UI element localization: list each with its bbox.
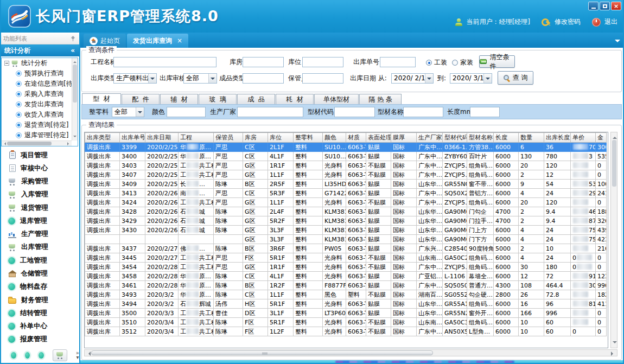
table-row[interactable]: 调拨出库34932020/3/2华原…陈琳C区1L1F整料黑色塑料不贴膜国标湖南…	[85, 290, 607, 299]
column-header[interactable]: 膜厚	[391, 133, 417, 143]
profile-name-input[interactable]	[403, 107, 443, 117]
scroll-thumb[interactable]	[91, 350, 433, 355]
footer-cart-button[interactable]	[53, 349, 67, 361]
date-to-picker[interactable]: 2020/ 3/16	[450, 73, 492, 84]
table-row[interactable]: 调拨出库34302020/2/26石城陈琳G区3L3F整料KLM38176063…	[85, 226, 607, 235]
minimize-button[interactable]	[588, 2, 598, 10]
column-header[interactable]: 型材名称	[467, 133, 494, 143]
collapse-icon[interactable]: «	[71, 44, 75, 56]
sidebar-item-财务管理[interactable]: 财务管理	[1, 293, 79, 306]
warehouse-input[interactable]	[243, 57, 284, 67]
manufacturer-input[interactable]	[237, 107, 303, 117]
material-tab-成品[interactable]: 成 品	[237, 94, 275, 105]
table-row[interactable]: 调拨出库34372020/2/27佛…陈琳B区3R6F整料PW056063-T5…	[85, 244, 607, 253]
column-header[interactable]: 数量	[519, 133, 544, 143]
sidebar-item-采购管理[interactable]: 采购管理	[1, 175, 79, 188]
sidebar-item-出库管理[interactable]: 出库管理	[1, 241, 79, 254]
date-from-picker[interactable]: 2020/ 2/16	[391, 73, 434, 84]
table-row[interactable]: G区3L3F整料KLM38176063-T5贴膜国标山东华…GA90M09.门下…	[85, 235, 607, 244]
column-header[interactable]: 整零料	[294, 133, 323, 143]
scroll-thumb[interactable]	[612, 140, 616, 187]
tree-item[interactable]: 退库管理[待定]	[2, 130, 78, 141]
audit-select[interactable]: 全部	[183, 73, 217, 84]
sidebar-item-补单中心[interactable]: 补单中心	[1, 320, 79, 333]
table-row[interactable]: 调拨出库34292020/2/26石城陈琳G区5R2F整料KLM38176063…	[85, 216, 607, 226]
tab-shipment-query[interactable]: 发货出库查询 ×	[127, 34, 188, 48]
search-button[interactable]: 查 询	[498, 71, 533, 85]
tree-expander-icon[interactable]	[4, 61, 9, 66]
tree-item[interactable]: 采购入库查询	[2, 89, 78, 99]
table-row[interactable]: 调拨出库35122020/3/4工共工程陈琳F区1L2F整料光身料6063-T5…	[85, 327, 607, 336]
column-header[interactable]: 出库单号	[120, 133, 145, 143]
table-row[interactable]: 调拨出库33992020/2/25华原…严思C区2L1F整料SU10…6063-…	[85, 143, 607, 152]
scroll-right-icon[interactable]	[611, 352, 615, 356]
sidebar-item-报废管理[interactable]: 报废管理	[1, 333, 79, 346]
column-header[interactable]: 长度	[494, 133, 519, 143]
table-horizontal-scrollbar[interactable]	[84, 349, 617, 356]
sidebar-item-生产管理[interactable]: 生产管理	[1, 228, 79, 241]
tree-horizontal-scrollbar[interactable]	[2, 141, 72, 146]
tree-root[interactable]: 统计分析	[2, 58, 78, 68]
sidebar-item-工地管理[interactable]: 工地管理	[1, 254, 79, 267]
table-row[interactable]: 调拨出库34452020/2/27工共工程严思F区5R1F整料光身料6063-T…	[85, 253, 607, 263]
column-header[interactable]: 库位	[268, 133, 294, 143]
tree-item[interactable]: 在途信息查询[待	[2, 79, 78, 89]
table-row[interactable]: 调拨出库34942020/3/2石辉城汤伟H区5R1F整料光身料6063-T5贴…	[85, 299, 607, 309]
close-button[interactable]: ×	[611, 2, 621, 10]
radio-unselected-icon[interactable]	[452, 60, 458, 66]
tree-item[interactable]: 收货入库查询	[2, 110, 78, 120]
tree-vertical-scrollbar[interactable]	[72, 58, 78, 141]
table-row[interactable]: 调拨出库34542020/2/28工共工程严思G区1R1F整料光身料6063-T…	[85, 263, 607, 272]
sidebar-item-入库管理[interactable]: 入库管理	[1, 188, 79, 201]
material-tab-单体型材[interactable]: 单体型材	[314, 94, 359, 105]
material-tab-辅材[interactable]: 辅 材	[160, 94, 198, 105]
scroll-up-icon[interactable]	[613, 135, 617, 139]
column-header[interactable]: 出库类型	[85, 133, 120, 143]
table-row[interactable]: 调拨出库34002020/2/25华原…严思C区4L1F整料SU10…6063-…	[85, 152, 607, 161]
sidebar-item-仓储管理[interactable]: 仓储管理	[1, 267, 79, 280]
out-type-select[interactable]: 生产领料出库	[113, 73, 157, 84]
column-header[interactable]: 工程	[179, 133, 214, 143]
scroll-right-icon[interactable]	[67, 142, 71, 145]
radio-selected-icon[interactable]	[426, 60, 432, 66]
table-row[interactable]: 调拨出库35102020/3/4工共工程陈琳F区5R1F整料光身料6063-T5…	[85, 318, 607, 327]
table-row[interactable]: 调拨出库34612020/2/28华原…陈琳B区1R2F整料F8877FT606…	[85, 281, 607, 290]
column-header[interactable]: 型材代码	[443, 133, 467, 143]
scroll-down-icon[interactable]	[73, 136, 77, 139]
order-no-input[interactable]	[380, 57, 416, 67]
column-header[interactable]: 材质	[346, 133, 366, 143]
column-header[interactable]: 出库日期	[145, 133, 179, 143]
tab-close-icon[interactable]: ×	[177, 37, 182, 44]
product-type-input[interactable]	[243, 73, 284, 84]
sidebar-item-结转管理[interactable]: 结转管理	[1, 306, 79, 320]
radio-jiazhuang[interactable]: 家装	[452, 58, 473, 67]
column-header[interactable]: 单价	[571, 133, 596, 143]
sidebar-item-退货管理[interactable]: 退货管理	[1, 201, 79, 214]
section-header-stats[interactable]: 统计分析 «	[0, 44, 79, 56]
tree-item[interactable]: 退货查询[待定]	[2, 120, 78, 130]
profile-code-input[interactable]	[334, 107, 375, 117]
footer-dot-icon[interactable]	[39, 352, 44, 359]
keeper-input[interactable]	[302, 73, 343, 84]
part-select[interactable]: 全部	[112, 107, 144, 117]
footer-dot-icon[interactable]	[11, 352, 16, 359]
length-input[interactable]	[470, 107, 500, 117]
scroll-thumb[interactable]	[73, 65, 77, 103]
change-password-button[interactable]: 修改密码	[555, 17, 581, 27]
scroll-left-icon[interactable]	[86, 352, 91, 356]
column-header[interactable]: 出库长度	[544, 133, 571, 143]
scroll-down-icon[interactable]	[613, 341, 617, 346]
maximize-button[interactable]	[600, 2, 610, 10]
column-header[interactable]: 保管员	[214, 133, 243, 143]
table-row[interactable]: 调拨出库34282020/2/26石城陈琳G区2L4F整料KLM38176063…	[85, 207, 607, 216]
column-header[interactable]: 颜色	[323, 133, 346, 143]
material-tab-隔热条[interactable]: 隔 热 条	[359, 94, 402, 105]
footer-dot-icon[interactable]	[25, 352, 30, 359]
tree-item[interactable]: 预算执行查询	[2, 68, 78, 79]
table-row[interactable]: 调拨出库34582020/2/28华原…陈琳C区4L1F整料光身料6063-T5…	[85, 272, 607, 281]
project-name-input[interactable]	[113, 57, 217, 67]
pin-icon[interactable]	[71, 36, 76, 42]
location-input[interactable]	[302, 57, 343, 67]
scroll-thumb[interactable]	[7, 142, 52, 145]
column-header[interactable]: 生产厂家	[417, 133, 443, 143]
